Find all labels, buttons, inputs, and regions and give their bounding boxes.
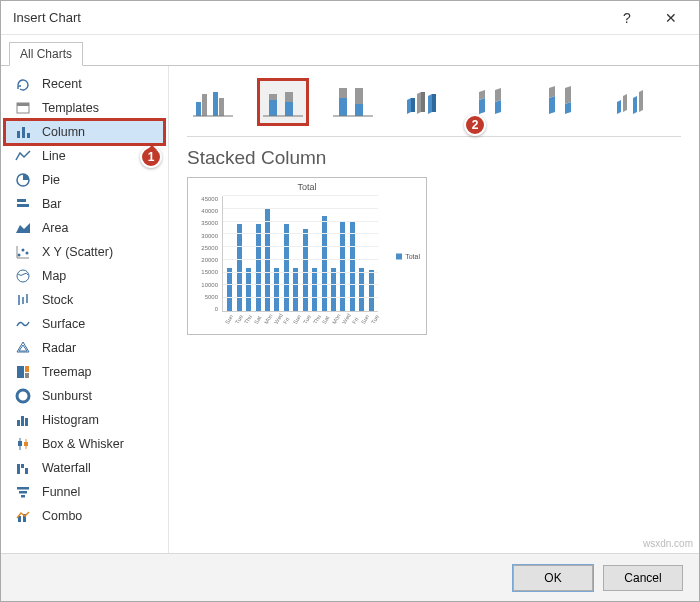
svg-rect-45 bbox=[285, 102, 293, 116]
svg-rect-23 bbox=[17, 420, 20, 426]
subtype-100-stacked-column[interactable] bbox=[327, 78, 379, 126]
svg-marker-68 bbox=[623, 94, 627, 112]
svg-rect-51 bbox=[355, 88, 363, 104]
svg-rect-3 bbox=[22, 127, 25, 138]
svg-rect-7 bbox=[17, 204, 29, 207]
chart-bars bbox=[225, 196, 376, 311]
subtype-3d-column[interactable] bbox=[607, 78, 659, 126]
treemap-icon bbox=[14, 363, 32, 381]
sidebar-item-label: Map bbox=[42, 269, 66, 283]
sidebar-item-bar[interactable]: Bar bbox=[5, 192, 164, 216]
sidebar-item-label: Combo bbox=[42, 509, 82, 523]
sidebar-item-label: Histogram bbox=[42, 413, 99, 427]
svg-marker-65 bbox=[565, 102, 571, 114]
svg-marker-54 bbox=[411, 98, 415, 112]
sidebar-item-box-whisker[interactable]: Box & Whisker bbox=[5, 432, 164, 456]
svg-marker-66 bbox=[565, 86, 571, 104]
sidebar-item-label: Waterfall bbox=[42, 461, 91, 475]
svg-rect-40 bbox=[213, 92, 218, 116]
annotation-marker-2: 2 bbox=[464, 114, 486, 136]
radar-icon bbox=[14, 339, 32, 357]
sidebar-item-label: Bar bbox=[42, 197, 61, 211]
ok-button[interactable]: OK bbox=[513, 565, 593, 591]
dialog-footer: OK Cancel bbox=[1, 553, 699, 601]
preview-heading: Stacked Column bbox=[187, 147, 681, 169]
insert-chart-dialog: Insert Chart ? ✕ All Charts Recent Templ… bbox=[0, 0, 700, 602]
svg-rect-18 bbox=[17, 366, 24, 378]
svg-rect-29 bbox=[24, 442, 28, 446]
svg-marker-58 bbox=[432, 94, 436, 112]
svg-rect-44 bbox=[269, 94, 277, 100]
sidebar-item-label: Stock bbox=[42, 293, 73, 307]
svg-rect-46 bbox=[285, 92, 293, 102]
sidebar-item-label: Treemap bbox=[42, 365, 92, 379]
svg-point-22 bbox=[21, 394, 26, 399]
sidebar-item-scatter[interactable]: X Y (Scatter) bbox=[5, 240, 164, 264]
sidebar-item-label: Sunburst bbox=[42, 389, 92, 403]
svg-marker-69 bbox=[633, 96, 637, 114]
svg-rect-4 bbox=[27, 133, 30, 138]
svg-rect-39 bbox=[202, 94, 207, 116]
sidebar-item-label: Box & Whisker bbox=[42, 437, 124, 451]
sidebar-item-waterfall[interactable]: Waterfall bbox=[5, 456, 164, 480]
sidebar-item-templates[interactable]: Templates bbox=[5, 96, 164, 120]
titlebar: Insert Chart ? ✕ bbox=[1, 1, 699, 35]
sidebar-item-stock[interactable]: Stock bbox=[5, 288, 164, 312]
chart-category-sidebar: Recent Templates Column Line Pie Bar Are… bbox=[1, 66, 169, 553]
sidebar-item-surface[interactable]: Surface bbox=[5, 312, 164, 336]
sidebar-item-label: Column bbox=[42, 125, 85, 139]
svg-rect-25 bbox=[25, 418, 28, 426]
subtype-clustered-column[interactable] bbox=[187, 78, 239, 126]
svg-rect-2 bbox=[17, 131, 20, 138]
subtype-3d-clustered-column[interactable] bbox=[397, 78, 449, 126]
svg-rect-50 bbox=[355, 104, 363, 116]
sidebar-item-area[interactable]: Area bbox=[5, 216, 164, 240]
scatter-icon bbox=[14, 243, 32, 261]
tab-all-charts[interactable]: All Charts bbox=[9, 42, 83, 66]
chart-legend: Total bbox=[396, 253, 420, 260]
chart-title: Total bbox=[194, 182, 420, 192]
subtype-3d-100-stacked-column[interactable] bbox=[537, 78, 589, 126]
stock-icon bbox=[14, 291, 32, 309]
sidebar-item-funnel[interactable]: Funnel bbox=[5, 480, 164, 504]
subtype-stacked-column[interactable] bbox=[257, 78, 309, 126]
tab-strip: All Charts bbox=[1, 35, 699, 66]
tab-label: All Charts bbox=[20, 47, 72, 61]
sidebar-item-radar[interactable]: Radar bbox=[5, 336, 164, 360]
chart-subtype-row bbox=[187, 78, 681, 137]
svg-rect-27 bbox=[18, 441, 22, 446]
close-button[interactable]: ✕ bbox=[649, 2, 693, 34]
sidebar-item-label: Templates bbox=[42, 101, 99, 115]
svg-rect-38 bbox=[196, 102, 201, 116]
help-button[interactable]: ? bbox=[605, 2, 649, 34]
sidebar-item-column[interactable]: Column bbox=[5, 120, 164, 144]
button-label: OK bbox=[544, 571, 561, 585]
map-icon bbox=[14, 267, 32, 285]
close-icon: ✕ bbox=[665, 10, 677, 26]
cancel-button[interactable]: Cancel bbox=[603, 565, 683, 591]
sidebar-item-pie[interactable]: Pie bbox=[5, 168, 164, 192]
svg-rect-30 bbox=[17, 464, 20, 474]
sidebar-item-recent[interactable]: Recent bbox=[5, 72, 164, 96]
chart-preview[interactable]: Total 4500040000350003000025000200001500… bbox=[187, 177, 427, 335]
annotation-marker-1: 1 bbox=[140, 146, 162, 168]
sidebar-item-map[interactable]: Map bbox=[5, 264, 164, 288]
svg-marker-67 bbox=[617, 100, 621, 114]
svg-rect-1 bbox=[17, 103, 29, 106]
sidebar-item-histogram[interactable]: Histogram bbox=[5, 408, 164, 432]
sidebar-item-sunburst[interactable]: Sunburst bbox=[5, 384, 164, 408]
sidebar-item-combo[interactable]: Combo bbox=[5, 504, 164, 528]
sidebar-item-label: Radar bbox=[42, 341, 76, 355]
svg-point-10 bbox=[22, 249, 25, 252]
chart-y-axis: 4500040000350003000025000200001500010000… bbox=[194, 196, 218, 312]
histogram-icon bbox=[14, 411, 32, 429]
bar-icon bbox=[14, 195, 32, 213]
svg-rect-49 bbox=[339, 88, 347, 98]
help-icon: ? bbox=[623, 10, 631, 26]
svg-point-12 bbox=[17, 270, 29, 282]
sidebar-item-treemap[interactable]: Treemap bbox=[5, 360, 164, 384]
area-icon bbox=[14, 219, 32, 237]
chart-x-axis: SunTueThuSatMonWedFriSunTueThuSatMonWedF… bbox=[222, 322, 378, 328]
svg-marker-56 bbox=[421, 92, 425, 112]
sidebar-item-label: Recent bbox=[42, 77, 82, 91]
